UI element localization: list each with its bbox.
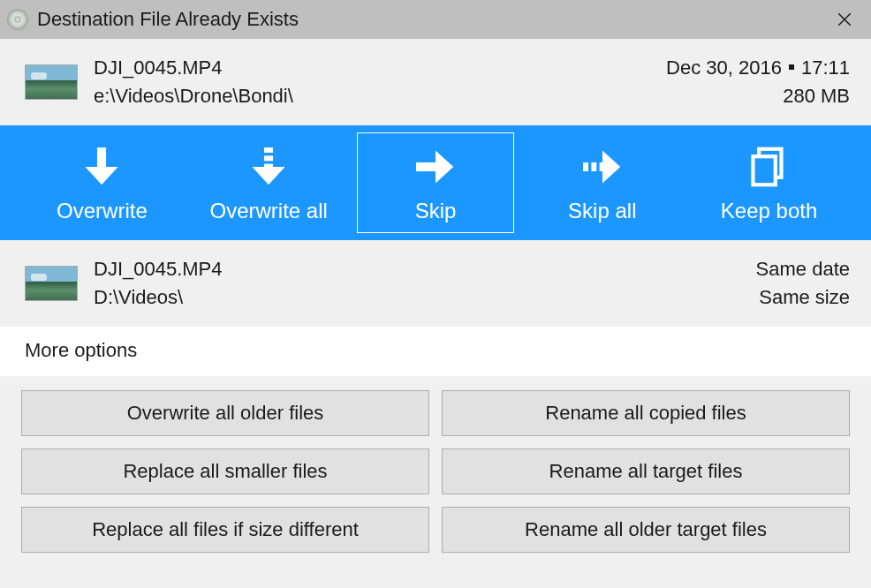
destination-file-row: DJI_0045.MP4 D:\Videos\ Same date Same s…	[0, 240, 871, 327]
arrow-right-icon	[409, 142, 462, 192]
destination-size-status: Same size	[756, 286, 850, 309]
action-bar: Overwrite Overwrite all Skip	[0, 125, 871, 240]
close-button[interactable]	[832, 7, 857, 32]
svg-marker-9	[436, 150, 453, 183]
replace-diff-size-button[interactable]: Replace all files if size different	[21, 507, 429, 553]
svg-marker-3	[86, 167, 118, 185]
overwrite-all-older-button[interactable]: Overwrite all older files	[21, 390, 429, 436]
skip-button[interactable]: Skip	[357, 132, 515, 233]
replace-all-smaller-button[interactable]: Replace all smaller files	[21, 449, 429, 494]
svg-marker-13	[602, 150, 620, 183]
skip-all-button[interactable]: Skip all	[523, 132, 681, 233]
more-options-panel: Overwrite all older files Rename all cop…	[0, 376, 871, 574]
skip-label: Skip	[415, 199, 457, 223]
titlebar: Destination File Already Exists	[0, 0, 871, 39]
svg-rect-10	[583, 162, 588, 171]
destination-filename: DJI_0045.MP4	[94, 258, 223, 281]
source-thumbnail	[25, 64, 78, 100]
overwrite-button[interactable]: Overwrite	[23, 132, 181, 233]
svg-marker-7	[253, 167, 285, 185]
rename-older-target-button[interactable]: Rename all older target files	[442, 507, 850, 553]
destination-file-text: DJI_0045.MP4 D:\Videos\	[94, 258, 223, 309]
close-icon	[837, 11, 852, 27]
destination-file-meta: Same date Same size	[756, 258, 850, 309]
rename-all-target-button[interactable]: Rename all target files	[442, 449, 850, 494]
source-filename: DJI_0045.MP4	[94, 57, 293, 79]
destination-thumbnail	[25, 266, 78, 301]
dot-separator-icon	[789, 64, 794, 70]
arrow-down-dashed-icon	[242, 142, 295, 192]
window-title: Destination File Already Exists	[37, 8, 832, 31]
svg-rect-4	[264, 147, 273, 153]
overwrite-all-button[interactable]: Overwrite all	[190, 132, 348, 233]
source-path: e:\Videos\Drone\Bondi\	[94, 85, 293, 108]
svg-rect-2	[97, 147, 106, 169]
overwrite-label: Overwrite	[57, 199, 148, 223]
svg-rect-11	[591, 162, 596, 171]
source-date: Dec 30, 2016	[666, 57, 782, 79]
arrow-down-icon	[75, 142, 128, 192]
destination-date-status: Same date	[756, 258, 850, 281]
rename-all-copied-button[interactable]: Rename all copied files	[442, 390, 850, 436]
app-icon	[7, 9, 28, 30]
destination-path: D:\Videos\	[94, 286, 223, 309]
source-file-text: DJI_0045.MP4 e:\Videos\Drone\Bondi\	[94, 57, 293, 108]
keep-both-label: Keep both	[721, 199, 817, 223]
source-size: 280 MB	[666, 85, 850, 108]
dialog-window: Destination File Already Exists DJI_0045…	[0, 0, 871, 588]
skip-all-label: Skip all	[568, 199, 636, 223]
overwrite-all-label: Overwrite all	[210, 199, 328, 223]
source-time: 17:11	[801, 57, 850, 79]
source-date-time: Dec 30, 201617:11	[666, 57, 850, 79]
arrow-right-dashed-icon	[576, 142, 629, 192]
more-options-header: More options	[0, 327, 871, 376]
source-file-meta: Dec 30, 201617:11 280 MB	[666, 57, 850, 108]
svg-rect-8	[416, 162, 437, 171]
svg-rect-5	[264, 155, 273, 161]
source-file-row: DJI_0045.MP4 e:\Videos\Drone\Bondi\ Dec …	[0, 39, 871, 125]
keep-both-button[interactable]: Keep both	[690, 132, 848, 233]
copy-icon	[743, 142, 796, 192]
svg-rect-15	[753, 156, 775, 185]
